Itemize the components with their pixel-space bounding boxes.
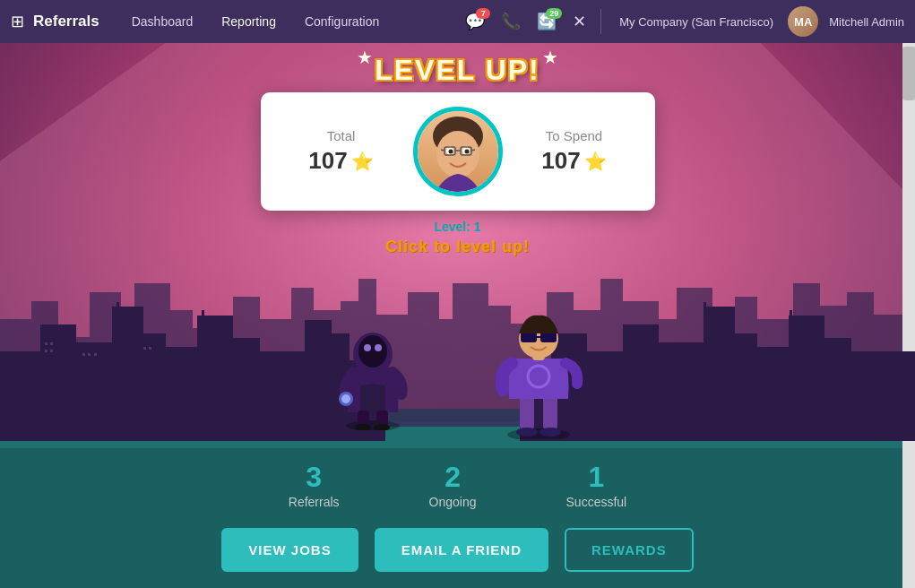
tospend-points: To Spend 107 ⭐: [530, 128, 619, 175]
svg-point-17: [464, 150, 469, 154]
nav-divider: [600, 9, 601, 34]
app-brand: Referrals: [33, 13, 99, 30]
character-right: [489, 287, 588, 443]
rewards-button[interactable]: REWARDS: [565, 528, 694, 572]
close-icon-button[interactable]: ✕: [567, 8, 591, 35]
email-friend-button[interactable]: EMAIL A FRIEND: [375, 528, 548, 572]
level-text: Level: 1: [434, 220, 480, 234]
svg-point-94: [358, 335, 387, 368]
stat-referrals: 3 Referrals: [289, 462, 340, 509]
stat-ongoing: 2 Ongoing: [429, 462, 477, 509]
svg-rect-104: [520, 394, 534, 430]
svg-line-21: [441, 150, 445, 151]
stat-ongoing-label: Ongoing: [429, 495, 477, 509]
svg-point-95: [364, 344, 371, 351]
total-value: 107 ⭐: [297, 147, 386, 175]
svg-rect-105: [543, 394, 557, 430]
stat-successful-number: 1: [566, 462, 627, 493]
stat-referrals-label: Referrals: [289, 495, 340, 509]
refresh-icon-button[interactable]: 🔄 29: [531, 8, 562, 35]
svg-point-92: [346, 420, 400, 430]
nav-icon-group: 💬 7 📞 🔄 29 ✕ My Company (San Francisco) …: [460, 6, 904, 37]
svg-point-13: [436, 131, 479, 177]
total-label: Total: [297, 128, 386, 143]
stat-successful: 1 Successful: [566, 462, 627, 509]
gold-star-icon: ⭐: [584, 151, 607, 172]
svg-point-107: [540, 428, 561, 437]
chat-badge: 7: [476, 8, 490, 19]
stat-referrals-number: 3: [289, 462, 340, 493]
character-left: [328, 287, 418, 443]
tospend-value: 107 ⭐: [530, 147, 619, 175]
user-avatar-circle[interactable]: [413, 107, 503, 196]
characters-group: [0, 287, 915, 443]
nav-link-configuration[interactable]: Configuration: [292, 9, 392, 34]
svg-point-103: [507, 428, 570, 439]
top-navigation: ⊞ Referrals Dashboard Reporting Configur…: [0, 0, 915, 43]
svg-point-96: [375, 344, 382, 351]
chat-icon-button[interactable]: 💬 7: [460, 8, 490, 35]
levelup-banner: LEVEL UP!: [375, 54, 540, 87]
stat-successful-label: Successful: [566, 495, 627, 509]
silver-star-icon: ⭐: [351, 151, 374, 172]
apps-grid-icon[interactable]: ⊞: [11, 12, 24, 31]
user-avatar-face: [418, 111, 498, 192]
points-card: Total 107 ⭐: [261, 92, 655, 211]
stats-bar: 3 Referrals 2 Ongoing 1 Successful: [0, 462, 915, 509]
buttons-bar: VIEW JOBS EMAIL A FRIEND REWARDS: [0, 528, 915, 572]
main-content: LEVEL UP! ★ ★ Total 107 ⭐: [0, 43, 915, 588]
nav-link-dashboard[interactable]: Dashboard: [119, 9, 206, 34]
stat-ongoing-number: 2: [429, 462, 477, 493]
total-points: Total 107 ⭐: [297, 128, 386, 175]
company-selector[interactable]: My Company (San Francisco): [610, 15, 782, 29]
levelup-section: LEVEL UP! ★ ★ Total 107 ⭐: [0, 54, 915, 256]
phone-icon-button[interactable]: 📞: [496, 8, 526, 35]
tospend-label: To Spend: [530, 128, 619, 143]
view-jobs-button[interactable]: VIEW JOBS: [221, 528, 358, 572]
refresh-badge: 29: [546, 8, 562, 19]
svg-point-106: [516, 428, 538, 437]
username-label[interactable]: Mitchell Admin: [829, 15, 904, 29]
nav-link-reporting[interactable]: Reporting: [209, 9, 289, 34]
avatar-image: MA: [788, 6, 818, 37]
click-levelup-text[interactable]: Click to level up!: [385, 238, 530, 256]
avatar[interactable]: MA: [788, 6, 818, 37]
svg-line-22: [471, 150, 475, 151]
svg-point-98: [341, 394, 350, 403]
svg-point-16: [448, 150, 453, 154]
